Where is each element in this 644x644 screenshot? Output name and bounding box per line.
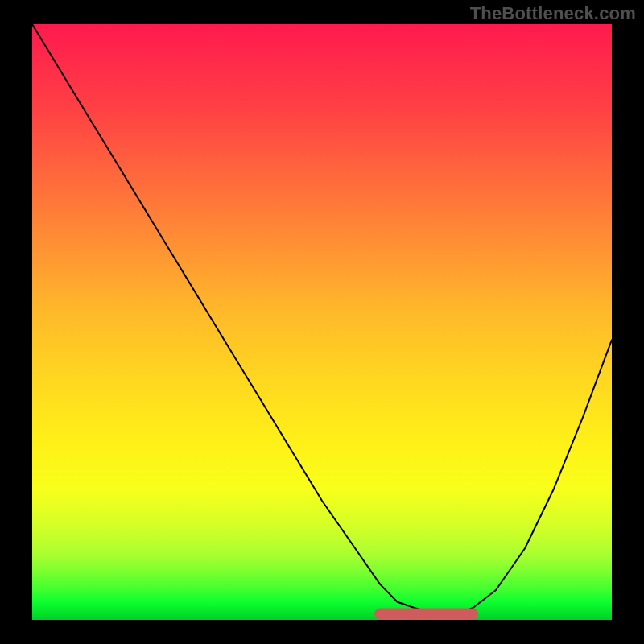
bottleneck-curve: [32, 24, 612, 614]
chart-svg: [32, 24, 612, 620]
chart-frame: TheBottleneck.com: [0, 0, 644, 644]
plot-area: [32, 24, 612, 620]
attribution-label: TheBottleneck.com: [470, 3, 636, 24]
